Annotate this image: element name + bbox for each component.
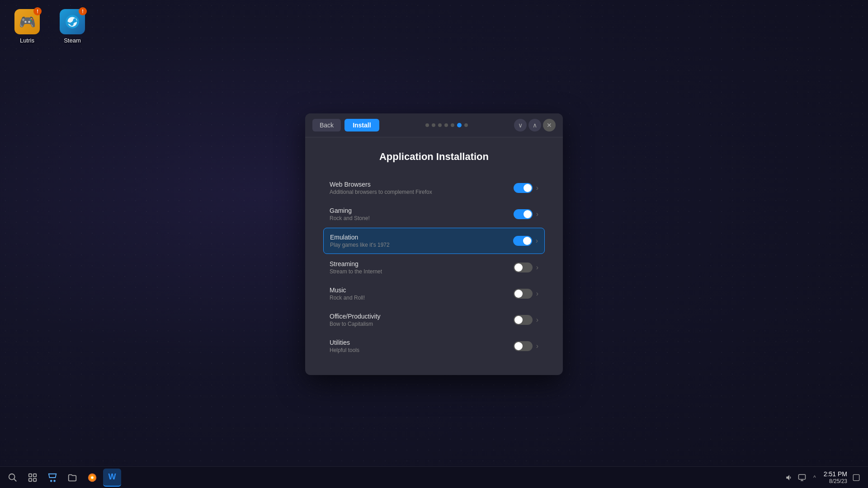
web-browsers-desc: Additional browsers to complement Firefo… [330,189,514,195]
gaming-name: Gaming [330,207,514,214]
music-desc: Rock and Roll! [330,295,514,301]
music-chevron: › [536,290,538,298]
taskbar-taskmanager[interactable] [24,469,42,487]
svg-rect-3 [29,474,32,476]
svg-point-11 [91,476,94,479]
application-installation-modal: Back Install ∨ ∧ ✕ [305,113,563,375]
category-music[interactable]: Music Rock and Roll! › [323,281,545,306]
category-gaming-info: Gaming Rock and Stone! [330,207,514,221]
taskbar-right: ^ 2:51 PM 8/25/23 [785,470,864,484]
modal-content: Application Installation Web Browsers Ad… [305,137,563,375]
emulation-name: Emulation [330,234,513,241]
streaming-chevron: › [536,263,538,272]
svg-point-1 [9,474,15,479]
svg-rect-6 [33,478,36,481]
taskbar-firefox[interactable] [83,469,101,487]
utilities-name: Utilities [330,339,514,346]
taskbar: W ^ 2:51 PM [0,466,868,488]
dot-6-active [457,123,462,127]
svg-rect-12 [798,474,805,479]
taskbar-word[interactable]: W [103,469,121,487]
category-web-browsers-info: Web Browsers Additional browsers to comp… [330,181,514,195]
streaming-right: › [514,263,538,272]
emulation-desc: Play games like it's 1972 [330,242,513,248]
taskbar-tray: ^ [785,473,819,482]
category-emulation-info: Emulation Play games like it's 1972 [330,234,513,248]
office-name: Office/Productivity [330,313,514,320]
streaming-toggle[interactable] [514,263,533,272]
clock-date: 8/25/23 [824,478,847,484]
modal-title: Application Installation [323,151,545,163]
emulation-chevron: › [536,237,538,245]
clock-time: 2:51 PM [824,470,847,478]
tray-network[interactable] [797,473,807,482]
category-office-info: Office/Productivity Bow to Capitalism [330,313,514,327]
tray-chevron[interactable]: ^ [810,473,819,482]
web-browsers-name: Web Browsers [330,181,514,188]
utilities-right: › [514,341,538,351]
dot-7 [464,123,468,127]
streaming-name: Streaming [330,260,514,267]
svg-line-2 [14,479,17,481]
category-web-browsers[interactable]: Web Browsers Additional browsers to comp… [323,175,545,201]
titlebar-right: ∨ ∧ ✕ [514,119,556,131]
gaming-knob [524,210,532,218]
office-toggle[interactable] [514,315,533,325]
gaming-chevron: › [536,210,538,218]
minimize-button[interactable]: ∨ [514,119,527,131]
titlebar-left: Back Install [312,119,379,131]
maximize-button[interactable]: ∧ [528,119,541,131]
tray-volume[interactable] [785,473,794,482]
office-desc: Bow to Capitalism [330,321,514,327]
office-right: › [514,315,538,325]
streaming-knob [514,263,523,272]
category-gaming[interactable]: Gaming Rock and Stone! › [323,202,545,227]
category-music-info: Music Rock and Roll! [330,286,514,301]
word-icon-letter: W [108,472,116,482]
web-browsers-knob [524,184,532,192]
svg-rect-15 [853,474,859,480]
taskbar-search[interactable] [4,469,22,487]
taskbar-filemanager[interactable] [63,469,81,487]
web-browsers-toggle[interactable] [514,183,533,193]
desktop: 🎮 ! Lutris ! Steam Back Install [0,0,868,488]
gaming-desc: Rock and Stone! [330,215,514,221]
dot-2 [432,123,435,127]
utilities-knob [514,342,523,350]
category-list: Web Browsers Additional browsers to comp… [323,175,545,359]
clock[interactable]: 2:51 PM 8/25/23 [824,470,847,484]
modal-titlebar: Back Install ∨ ∧ ✕ [305,113,563,137]
emulation-toggle[interactable] [513,236,532,246]
music-toggle[interactable] [514,289,533,299]
category-emulation[interactable]: Emulation Play games like it's 1972 › [323,228,545,254]
gaming-toggle[interactable] [514,209,533,219]
install-button[interactable]: Install [344,119,379,131]
taskbar-store[interactable] [43,469,61,487]
dot-4 [444,123,448,127]
category-utilities[interactable]: Utilities Helpful tools › [323,333,545,359]
gaming-right: › [514,209,538,219]
dot-3 [438,123,442,127]
svg-rect-5 [29,478,32,481]
music-knob [514,290,523,298]
office-knob [514,316,523,324]
streaming-desc: Stream to the Internet [330,268,514,275]
music-name: Music [330,286,514,294]
dot-5 [451,123,454,127]
back-button[interactable]: Back [312,119,341,131]
svg-point-7 [51,480,52,481]
svg-rect-4 [33,474,36,476]
utilities-toggle[interactable] [514,341,533,351]
tray-show-desktop[interactable] [852,473,861,482]
utilities-desc: Helpful tools [330,347,514,353]
office-chevron: › [536,316,538,324]
category-utilities-info: Utilities Helpful tools [330,339,514,353]
emulation-right: › [513,236,538,246]
close-button[interactable]: ✕ [543,119,556,131]
emulation-knob [523,237,531,245]
category-streaming[interactable]: Streaming Stream to the Internet › [323,255,545,280]
category-office-productivity[interactable]: Office/Productivity Bow to Capitalism › [323,307,545,333]
web-browsers-chevron: › [536,184,538,192]
svg-point-8 [54,480,55,481]
dot-1 [425,123,429,127]
